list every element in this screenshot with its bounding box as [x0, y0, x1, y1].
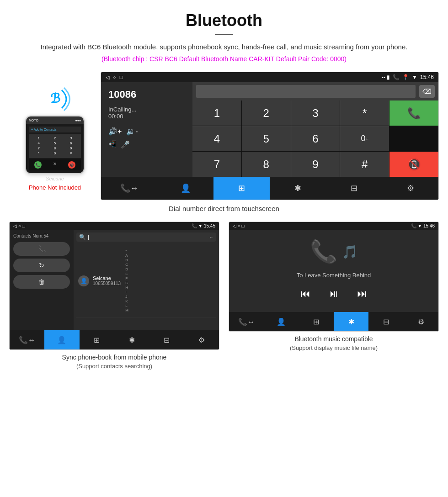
recents-icon: □ [120, 74, 123, 80]
music-nav-transfer[interactable]: ⊟ [368, 312, 403, 331]
title-divider [215, 34, 233, 35]
transfer-nav-icon: ⊟ [351, 183, 357, 193]
call-timer: 00:00 [108, 113, 185, 120]
input-display [196, 85, 416, 98]
dialer-controls-row2: 📲 🎤 [108, 140, 185, 149]
music-song-title: To Leave Something Behind [297, 272, 371, 279]
phone-end-button: 📵 [68, 161, 75, 169]
key-star[interactable]: * [340, 100, 389, 126]
contacts-nav-settings[interactable]: ⚙ [184, 330, 219, 349]
music-nav-dialpad[interactable]: ⊞ [299, 312, 334, 331]
key-2[interactable]: 2 [242, 100, 291, 126]
back-arrow: ← [209, 235, 213, 240]
vol-up-icon[interactable]: 🔊+ [108, 127, 122, 136]
contact-item-seicane[interactable]: 👤 Seicane 10655059113 * A B C D E [76, 244, 216, 317]
phone-status-icon: 📞 [393, 74, 400, 80]
dialer-controls-row1: 🔊+ 🔉- [108, 127, 185, 136]
play-pause-button[interactable]: ⏯ [329, 288, 339, 300]
contacts-nav-calls[interactable]: 📞↔ [10, 330, 44, 349]
phone-screen: + Add to Contacts 1 2 3 4 5 6 7 8 [26, 124, 84, 173]
mic-icon[interactable]: 🎤 [121, 140, 130, 149]
settings-icon: ⚙ [407, 183, 414, 193]
bottom-nav-bar: 📞↔ 👤 ⊞ ✱ ⊟ ⚙ [101, 177, 438, 200]
key-6[interactable]: 6 [291, 126, 340, 151]
music-nav-icons: ◁ ○ □ [233, 223, 245, 228]
wifi-icon: ▼ [412, 74, 417, 80]
bottom-screenshots-row: ◁ ○ □ 📞 ▼ 15:45 Contacts Num:54 📞 ↻ 🗑 [0, 217, 448, 381]
delete-button[interactable]: 🗑 [13, 275, 70, 289]
notification-icons: ▪▪ ▮ [381, 74, 390, 80]
header-specs: (Bluetooth chip : CSR BC6 Default Blueto… [9, 55, 439, 63]
phone-mockup: MOTO ●●● + Add to Contacts 1 2 3 4 5 6 [25, 116, 85, 174]
calls-icon-m: 📞↔ [238, 317, 255, 326]
nav-transfer[interactable]: ⊟ [326, 177, 382, 200]
contact-phone: 10655059113 [93, 281, 121, 286]
contacts-nav-dialpad[interactable]: ⊞ [80, 330, 114, 349]
nav-settings[interactable]: ⚙ [382, 177, 438, 200]
music-status-bar: ◁ ○ □ 📞 ▼ 15:46 [229, 222, 438, 230]
contacts-nav-bt[interactable]: ✱ [114, 330, 149, 349]
contacts-nav-contacts[interactable]: 👤 [44, 330, 79, 349]
call-button[interactable]: 📞 [389, 100, 438, 126]
contacts-nav-icons: ◁ ○ □ [13, 223, 25, 228]
key-3[interactable]: 3 [291, 100, 340, 126]
input-row: ⌫ [192, 82, 438, 100]
phone-bottom-bar: 📞 ✕ 📵 [29, 159, 81, 170]
header-description: Integrated with BC6 Bluetooth module, su… [9, 42, 439, 53]
music-time: 15:46 [423, 223, 435, 228]
contacts-list: 🔍 | ← 👤 Seicane 10655059113 * A [74, 230, 219, 330]
nav-contacts[interactable]: 👤 [157, 177, 213, 200]
end-call-button[interactable]: 📵 [389, 152, 438, 177]
status-right: ▪▪ ▮ 📞 📍 ▼ 15:46 [381, 74, 434, 80]
main-caption-text: Dial number direct from touchscreen [169, 205, 279, 212]
location-icon: 📍 [402, 74, 409, 80]
contact-name: Seicane [93, 275, 121, 281]
page-title: Bluetooth [9, 11, 439, 30]
key-5[interactable]: 5 [242, 126, 291, 151]
incalling-status: InCalling... [108, 106, 185, 113]
key-0plus[interactable]: 0+ [340, 126, 389, 151]
contacts-signal-icon: ▼ [198, 223, 203, 228]
call-button-small[interactable]: 📞 [13, 242, 70, 256]
phone-add-contacts-btn: + Add to Contacts [29, 127, 81, 132]
svg-text:ℬ: ℬ [50, 91, 60, 106]
key-9[interactable]: 9 [291, 152, 340, 177]
nav-bluetooth[interactable]: ✱ [270, 177, 326, 200]
nav-dialpad[interactable]: ⊞ [213, 177, 270, 200]
contacts-screenshot-container: ◁ ○ □ 📞 ▼ 15:45 Contacts Num:54 📞 ↻ 🗑 [9, 222, 219, 371]
contacts-screen: ◁ ○ □ 📞 ▼ 15:45 Contacts Num:54 📞 ↻ 🗑 [9, 222, 219, 350]
contacts-nav-transfer[interactable]: ⊟ [149, 330, 184, 349]
music-nav-settings[interactable]: ⚙ [404, 312, 438, 331]
dialpad-icon-s: ⊞ [94, 336, 100, 344]
vol-down-icon[interactable]: 🔉- [126, 127, 138, 136]
music-nav-contacts[interactable]: 👤 [264, 312, 299, 331]
phone-call-button: 📞 [34, 161, 42, 169]
music-screen: ◁ ○ □ 📞 ▼ 15:46 📞 🎵 To Leave Something B… [229, 222, 439, 332]
prev-track-button[interactable]: ⏮ [300, 288, 310, 300]
seicane-watermark: Seicane [46, 176, 64, 181]
calls-icon-s: 📞↔ [19, 336, 35, 344]
music-phone-icon-large: 📞 [310, 239, 337, 264]
music-nav-bar: 📞↔ 👤 ⊞ ✱ ⊟ ⚙ [229, 312, 438, 331]
transfer-icon[interactable]: 📲 [108, 140, 116, 149]
refresh-button[interactable]: ↻ [13, 259, 70, 272]
music-nav-bt[interactable]: ✱ [334, 312, 368, 331]
backspace-button[interactable]: ⌫ [419, 85, 435, 98]
numeric-keypad: 1 2 3 * 📞 4 5 6 0+ 7 8 9 # 📵 [192, 100, 438, 177]
music-nav-calls[interactable]: 📞↔ [229, 312, 264, 331]
key-7[interactable]: 7 [192, 152, 241, 177]
key-hash[interactable]: # [340, 152, 389, 177]
key-4[interactable]: 4 [192, 126, 241, 151]
next-track-button[interactable]: ⏭ [357, 288, 367, 300]
phone-not-included-label: Phone Not Included [29, 184, 81, 191]
music-signal-icon: ▼ [417, 223, 422, 228]
settings-icon-m: ⚙ [418, 317, 424, 326]
music-body: 📞 🎵 To Leave Something Behind ⏮ ⏯ ⏭ [229, 230, 438, 312]
music-caption-sub: (Support display music file name) [229, 344, 439, 353]
key-8[interactable]: 8 [242, 152, 291, 177]
nav-calls[interactable]: 📞↔ [101, 177, 157, 200]
key-1[interactable]: 1 [192, 100, 241, 126]
dialpad-icon: ⊞ [238, 183, 245, 193]
phone-dialpad-row-2: 4 5 6 [31, 141, 79, 145]
alphabet-scroll: * A B C D E F G H I J K L [124, 247, 129, 314]
